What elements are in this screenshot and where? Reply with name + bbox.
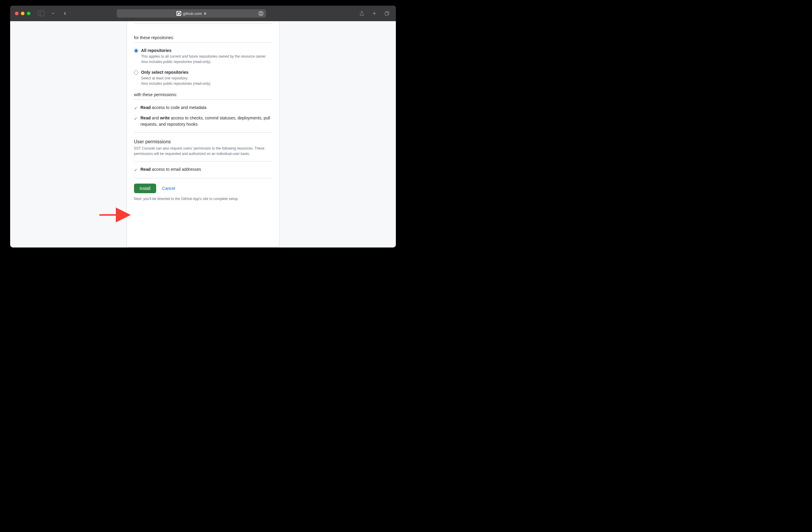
permissions-list: ✓ Read access to code and metadata ✓ Rea…: [134, 104, 272, 128]
permission-item: ✓ Read and write access to checks, commi…: [134, 115, 272, 128]
action-row: Install Cancel: [134, 184, 272, 193]
svg-point-1: [261, 13, 261, 14]
radio-select-desc: Select at least one repository. Also inc…: [141, 75, 272, 86]
browser-window: github.com for these repositories:: [10, 6, 396, 247]
radio-all-repositories[interactable]: All repositories This applies to all cur…: [134, 48, 272, 64]
radio-select-title: Only select repositories: [141, 70, 272, 75]
permission-item: ✓ Read access to email addresses: [134, 166, 272, 173]
page-actions-button[interactable]: [258, 11, 264, 16]
permission-item: ✓ Read access to code and metadata: [134, 104, 272, 111]
repositories-heading: for these repositories:: [134, 35, 272, 40]
radio-select-input[interactable]: [134, 70, 138, 75]
close-window-button[interactable]: [15, 12, 18, 15]
sidebar-toggle-button[interactable]: [37, 10, 45, 17]
maximize-window-button[interactable]: [27, 12, 30, 15]
radio-select-repositories[interactable]: Only select repositories Select at least…: [134, 70, 272, 86]
install-button[interactable]: Install: [134, 184, 156, 193]
url-text: github.com: [183, 11, 202, 16]
check-icon: ✓: [134, 105, 137, 111]
next-step-text: Next: you'll be directed to the GitHub A…: [134, 197, 272, 201]
svg-point-0: [259, 13, 260, 14]
user-permissions-heading: User permissions: [134, 139, 272, 144]
new-tab-button[interactable]: [370, 10, 379, 17]
cancel-link[interactable]: Cancel: [162, 186, 175, 191]
check-icon: ✓: [134, 167, 137, 173]
page-content: for these repositories: All repositories…: [10, 21, 396, 247]
install-app-panel: for these repositories: All repositories…: [127, 21, 280, 247]
address-bar[interactable]: github.com: [117, 9, 266, 18]
browser-toolbar: github.com: [10, 6, 396, 21]
radio-all-input[interactable]: [134, 49, 138, 53]
toolbar-right: [358, 10, 391, 17]
tabs-overview-button[interactable]: [383, 10, 391, 17]
check-icon: ✓: [134, 116, 137, 122]
lock-icon: [204, 12, 207, 15]
github-logo-icon: [176, 11, 181, 16]
tab-group-dropdown[interactable]: [49, 10, 57, 17]
radio-all-desc: This applies to all current and future r…: [141, 54, 272, 64]
permissions-heading: with these permissions:: [134, 92, 272, 97]
user-permissions-description: SST Console can also request users' perm…: [134, 146, 272, 156]
minimize-window-button[interactable]: [21, 12, 25, 15]
back-button[interactable]: [61, 10, 69, 17]
user-permissions-list: ✓ Read access to email addresses: [134, 166, 272, 173]
radio-all-title: All repositories: [141, 48, 272, 53]
svg-point-2: [262, 13, 263, 14]
svg-rect-3: [385, 12, 388, 15]
share-button[interactable]: [358, 10, 366, 17]
window-controls: [15, 12, 30, 15]
